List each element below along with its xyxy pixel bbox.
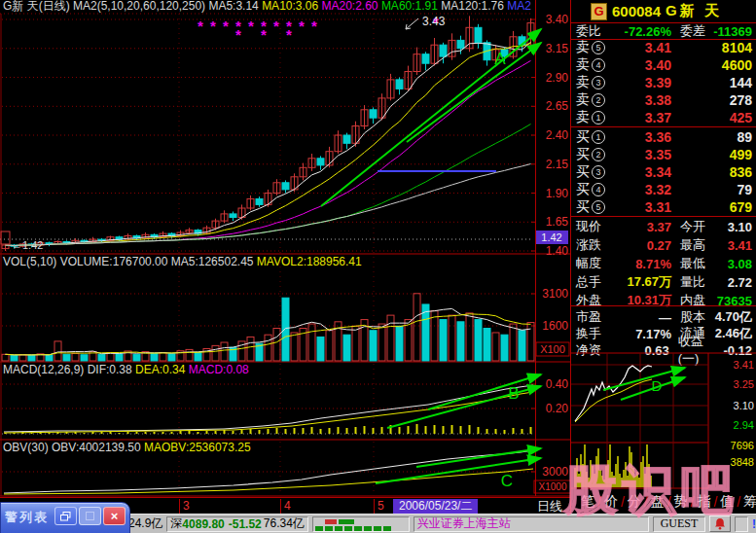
annotation-label-c: C: [501, 472, 513, 490]
breadth-block: [325, 519, 337, 524]
order-volume: 679: [671, 199, 756, 215]
sell-row: 卖23.38278: [571, 91, 756, 109]
volume-bar: [186, 349, 193, 361]
bottom-tab-4[interactable]: 盘: [651, 493, 665, 511]
volume-axis-label: 3100: [542, 287, 568, 301]
sell-row: 卖43.404600: [571, 56, 756, 74]
bottom-tab-2[interactable]: 价: [604, 493, 618, 511]
mini-axis-label: 3.41: [734, 359, 754, 371]
order-price: 3.40: [621, 57, 671, 73]
volume-axis-label: 1600: [542, 319, 568, 333]
order-side-label: 买5: [571, 198, 621, 216]
info-value: —: [615, 310, 671, 325]
peak-price-label: 3.43: [422, 15, 446, 28]
volume-bar: [457, 322, 464, 361]
order-price: 3.41: [621, 40, 671, 55]
volume-bar: [11, 355, 18, 361]
info-row: 外盘10.31万内盘73635: [571, 292, 756, 309]
candle: [256, 198, 263, 204]
signal-star: *: [210, 18, 216, 34]
bottom-tab-5[interactable]: 势: [674, 493, 688, 511]
volume-bar: [326, 331, 333, 361]
mini-axis-label: 3.10: [734, 400, 754, 411]
info-value: 3.08: [728, 257, 756, 271]
restore-icon: [60, 512, 71, 521]
volume-bar: [449, 315, 455, 361]
obv-header: OBV(30) OBV:4002139.50 MAOBV:2536073.25: [3, 441, 251, 454]
breadth-block: [383, 526, 391, 531]
info-label: 涨跌: [571, 236, 615, 254]
order-level-number: 3: [592, 76, 605, 89]
info-value: 8.71%: [615, 257, 671, 271]
alert-bell-button[interactable]: [709, 515, 731, 532]
buy-row: 买33.34836: [571, 163, 756, 181]
volume-bar: [151, 353, 158, 361]
candle: [343, 135, 350, 143]
volume-bar: [431, 311, 438, 361]
low-candle-box: [1, 231, 10, 244]
volume-bar: [291, 333, 298, 361]
tab-separator: /: [597, 494, 601, 510]
bottom-tab-8[interactable]: 筹: [743, 493, 756, 511]
info-label: 内盘: [680, 292, 705, 309]
order-level-number: 5: [592, 200, 605, 214]
panel-tab-bar: 笔/价/分/盘/势/指/值/筹: [571, 491, 756, 513]
alarm-list-floating-window[interactable]: 警列表 ×: [0, 502, 130, 533]
annotation-label-a: A: [494, 50, 506, 68]
ma-line: [6, 43, 531, 245]
order-side-label: 买1: [571, 128, 621, 146]
info-value: 2.72: [728, 275, 756, 290]
trend-arrow: [416, 448, 541, 467]
intraday-mini-chart[interactable]: 3.413.253.102.9476963848D: [571, 350, 756, 491]
order-side-label: 卖1: [571, 109, 621, 126]
breadth-block: [335, 526, 342, 531]
volume-bar: [440, 320, 447, 361]
dea-line: [4, 392, 533, 433]
volume-bar: [133, 354, 140, 361]
info-value: 7.17%: [615, 327, 671, 341]
info-row: 涨跌0.27最高3.41: [571, 236, 756, 254]
maximize-icon: [86, 512, 94, 520]
trend-arrow: [603, 368, 685, 390]
weibi-row: 委比 -72.26% 委差 -11369: [571, 23, 756, 39]
volume-bar: [510, 324, 517, 361]
signal-star: *: [273, 18, 279, 34]
order-price: 3.32: [621, 182, 671, 197]
candle: [317, 159, 324, 165]
sell-row: 卖33.39144: [571, 74, 756, 91]
mini-axis-label: 3848: [731, 456, 754, 468]
bottom-tab-1[interactable]: 笔: [581, 493, 594, 511]
bottom-tab-3[interactable]: 分: [628, 493, 641, 511]
order-volume: 4600: [671, 57, 756, 73]
order-level-number: 5: [592, 41, 605, 54]
bottom-tab-7[interactable]: 值: [720, 493, 734, 511]
buy-row: 买53.31679: [571, 198, 756, 216]
volume-bar: [212, 345, 219, 361]
order-price: 3.35: [621, 147, 671, 162]
info-label: 最低: [680, 255, 705, 272]
restore-window-button[interactable]: [54, 507, 77, 525]
stock-name: G新 天: [666, 2, 722, 20]
volume-bar: [54, 341, 61, 361]
maximize-window-button[interactable]: [79, 507, 101, 525]
volume-bar: [396, 326, 403, 361]
tab-separator: /: [691, 494, 695, 510]
bottom-tab-6[interactable]: 指: [697, 493, 710, 511]
close-window-button[interactable]: ×: [103, 507, 126, 525]
order-volume: 89: [671, 129, 756, 145]
order-side-label: 卖5: [571, 39, 621, 56]
volume-bar: [484, 329, 490, 361]
mini-axis-label: 2.94: [734, 419, 754, 431]
price-axis-label: 2.15: [546, 158, 569, 171]
volume-bar: [492, 333, 499, 361]
tab-daily[interactable]: 日线: [537, 499, 562, 514]
info-row: 总手17.67万量比2.72: [571, 273, 756, 291]
signal-star: *: [311, 18, 317, 34]
sz-turnover: 76.34亿: [264, 515, 305, 532]
order-volume: 425: [671, 110, 756, 125]
ma-line: [6, 60, 531, 245]
info-label: 现价: [571, 218, 615, 235]
order-side-label: 买3: [571, 163, 621, 181]
main-chart[interactable]: 3.403.152.902.652.402.151.901.651.40****…: [0, 0, 570, 497]
annotation-label-b: B: [508, 384, 519, 403]
